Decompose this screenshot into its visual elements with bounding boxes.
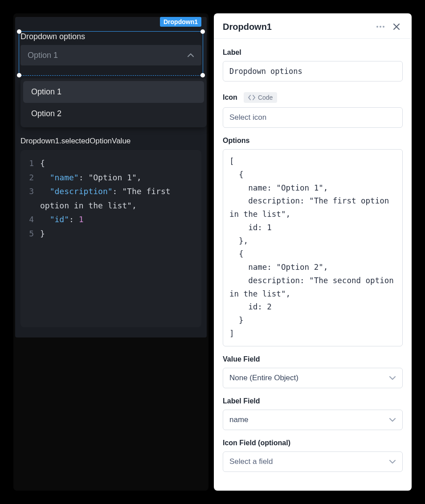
section-label-label: Label: [223, 49, 403, 57]
label-input[interactable]: [223, 61, 403, 81]
icon-field-select[interactable]: Select a field: [223, 451, 403, 472]
chevron-down-icon: [389, 459, 396, 464]
gutter-4: 4: [25, 212, 40, 227]
code-brace-open: {: [40, 159, 45, 168]
gutter-3: 3: [25, 184, 40, 212]
label-field-value: name: [229, 415, 249, 424]
panel-header: Dropdown1: [214, 13, 412, 39]
chevron-down-icon: [389, 376, 396, 380]
close-icon[interactable]: [390, 20, 403, 33]
icon-field-placeholder: Select a field: [229, 457, 273, 466]
section-label-label-field: Label Field: [223, 397, 403, 405]
code-block: 1 { 2 "name": "Option 1", 3 "description…: [20, 150, 201, 327]
dropdown-label: Dropdown options: [20, 32, 201, 41]
svg-point-0: [376, 26, 378, 28]
options-textarea[interactable]: [ { name: "Option 1", description: "The …: [223, 149, 403, 346]
label-field-select[interactable]: name: [223, 410, 403, 430]
widget-tag[interactable]: Dropdown1: [160, 17, 201, 27]
section-label-icon-text: Icon: [223, 93, 237, 102]
dropdown-select[interactable]: Option 1: [20, 45, 201, 65]
canvas-inner: Dropdown options Option 1 Option 1 Optio…: [15, 17, 207, 337]
code-brace-close: }: [40, 229, 45, 238]
dropdown-menu: Option 1 Option 2: [20, 78, 207, 127]
dropdown-option-2[interactable]: Option 2: [23, 103, 204, 125]
canvas-panel: Dropdown1 Dropdown options Option 1 Opti…: [13, 13, 208, 491]
resize-handle-br[interactable]: [200, 73, 205, 77]
svg-point-1: [380, 26, 381, 28]
chevron-down-icon: [389, 418, 396, 422]
resize-handle-bl[interactable]: [17, 73, 21, 77]
value-field-value: None (Entire Object): [229, 374, 298, 382]
code-icon: [248, 95, 255, 100]
gutter-1: 1: [25, 156, 40, 171]
code-chip-label: Code: [258, 94, 273, 101]
svg-point-2: [383, 26, 384, 28]
icon-select-placeholder: Select icon: [229, 113, 266, 122]
dropdown-option-1[interactable]: Option 1: [23, 81, 204, 103]
section-label-options: Options: [223, 137, 403, 145]
gutter-2: 2: [25, 171, 40, 185]
code-chip[interactable]: Code: [244, 92, 277, 103]
section-label-icon: Icon Code: [223, 92, 403, 103]
selected-value-label: Dropdown1.selectedOptionValue: [20, 137, 201, 146]
code-val-name: "Option 1": [88, 173, 136, 182]
properties-panel: Dropdown1 Label Icon Code Select icon Op…: [214, 13, 412, 491]
chevron-up-icon: [187, 53, 194, 57]
panel-body: Label Icon Code Select icon Options [ { …: [214, 39, 412, 491]
gutter-5: 5: [25, 227, 40, 241]
code-val-id: 1: [79, 215, 84, 224]
section-label-icon-field: Icon Field (optional): [223, 439, 403, 447]
dropdown-selected-text: Option 1: [28, 51, 58, 60]
value-field-select[interactable]: None (Entire Object): [223, 368, 403, 388]
panel-title: Dropdown1: [223, 22, 371, 32]
code-key-description: "description": [50, 187, 113, 196]
more-icon[interactable]: [374, 20, 387, 33]
icon-select[interactable]: Select icon: [223, 107, 403, 128]
code-key-name: "name": [50, 173, 79, 182]
section-label-value-field: Value Field: [223, 355, 403, 363]
code-key-id: "id": [50, 215, 69, 224]
